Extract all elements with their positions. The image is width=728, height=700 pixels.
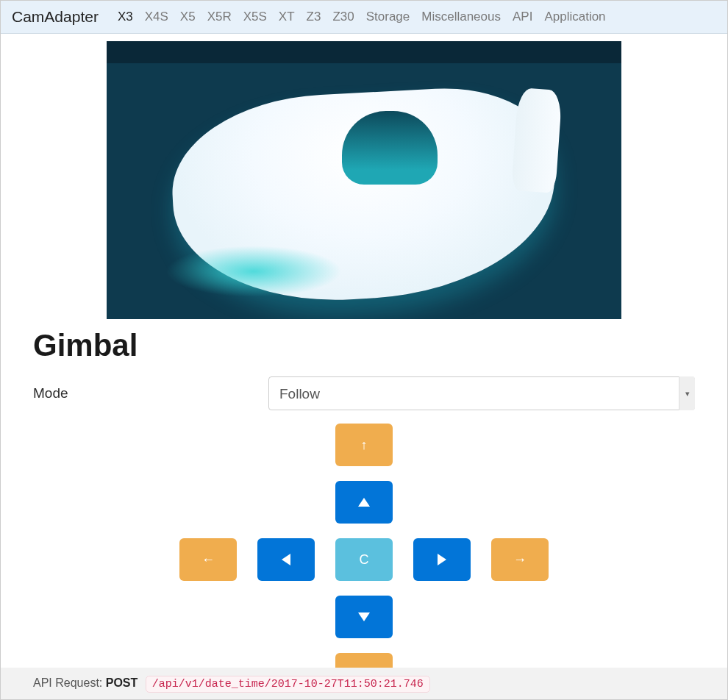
nav-z3[interactable]: Z3 (307, 10, 321, 24)
triangle-up-icon (358, 498, 370, 507)
nav-api[interactable]: API (513, 10, 532, 24)
nav-application[interactable]: Application (544, 10, 605, 24)
brand[interactable]: CamAdapter (12, 8, 99, 26)
nav-x4s[interactable]: X4S (145, 10, 168, 24)
nav-x3[interactable]: X3 (118, 10, 133, 24)
arrow-right-thin-icon: → (513, 552, 527, 568)
triangle-down-icon (358, 612, 370, 621)
arrow-up-thin-icon: ↑ (361, 438, 368, 453)
mode-label: Mode (33, 385, 268, 401)
api-request-method: POST (106, 676, 138, 689)
mode-row: Mode Follow ▾ (33, 376, 695, 410)
pan-right-button[interactable] (413, 538, 471, 581)
api-request-prefix: API Request: (33, 676, 106, 689)
nav-x5r[interactable]: X5R (207, 10, 232, 24)
triangle-left-icon (282, 554, 290, 565)
tilt-down-button[interactable] (335, 596, 393, 638)
nav-storage[interactable]: Storage (366, 10, 410, 24)
camera-preview (107, 41, 621, 319)
center-label: C (360, 552, 369, 568)
api-request-bar: API Request: POST /api/v1/date_time/2017… (1, 668, 727, 699)
main-container: Gimbal Mode Follow ▾ ↑ ← C → (22, 41, 706, 696)
center-button[interactable]: C (335, 538, 393, 581)
navbar: CamAdapter X3 X4S X5 X5R X5S XT Z3 Z30 S… (1, 1, 727, 34)
nav-x5[interactable]: X5 (180, 10, 196, 24)
zoom-in-button[interactable]: ↑ (335, 424, 393, 466)
pan-left-far-button[interactable]: ← (179, 538, 237, 581)
nav-x5s[interactable]: X5S (243, 10, 267, 24)
mode-select[interactable]: Follow (268, 376, 695, 410)
triangle-right-icon (438, 554, 446, 565)
section-title: Gimbal (33, 328, 695, 363)
mode-select-wrap: Follow ▾ (268, 376, 695, 410)
pan-right-far-button[interactable]: → (491, 538, 549, 581)
pan-left-button[interactable] (257, 538, 315, 581)
gimbal-dpad: ↑ ← C → ↓ (176, 424, 552, 696)
nav-z30[interactable]: Z30 (332, 10, 354, 24)
tilt-up-button[interactable] (335, 481, 393, 524)
nav-miscellaneous[interactable]: Miscellaneous (421, 10, 501, 24)
nav-xt[interactable]: XT (279, 10, 295, 24)
api-request-url: /api/v1/date_time/2017-10-27T11:50:21.74… (146, 676, 430, 693)
arrow-left-thin-icon: ← (201, 552, 215, 568)
